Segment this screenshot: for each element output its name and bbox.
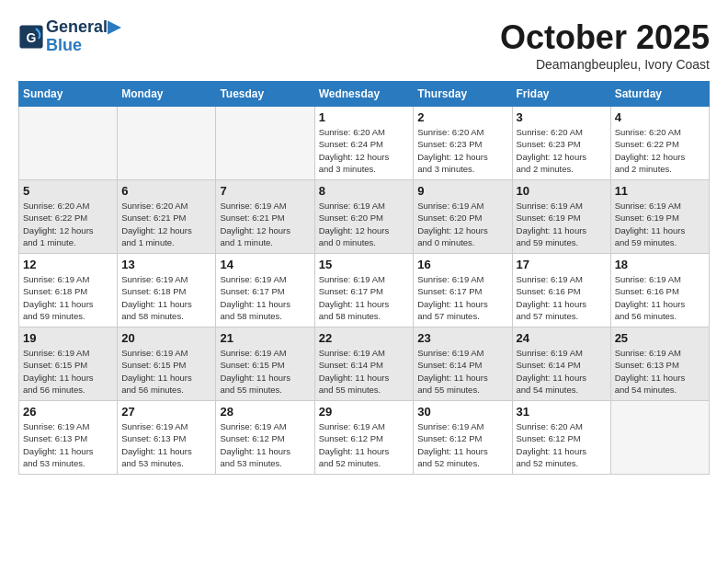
calendar-header-monday: Monday <box>118 82 216 107</box>
day-number: 27 <box>121 405 211 419</box>
calendar-cell: 21Sunrise: 6:19 AM Sunset: 6:15 PM Dayli… <box>216 327 314 401</box>
cell-text: Sunrise: 6:19 AM Sunset: 6:14 PM Dayligh… <box>319 347 410 396</box>
calendar-cell: 31Sunrise: 6:20 AM Sunset: 6:12 PM Dayli… <box>512 401 610 475</box>
cell-text: Sunrise: 6:19 AM Sunset: 6:17 PM Dayligh… <box>220 273 310 322</box>
day-number: 22 <box>319 331 410 345</box>
day-number: 29 <box>319 405 410 419</box>
cell-text: Sunrise: 6:19 AM Sunset: 6:19 PM Dayligh… <box>615 200 705 248</box>
cell-text: Sunrise: 6:19 AM Sunset: 6:15 PM Dayligh… <box>23 347 113 396</box>
cell-text: Sunrise: 6:20 AM Sunset: 6:22 PM Dayligh… <box>23 200 113 248</box>
calendar-header-sunday: Sunday <box>19 82 118 107</box>
logo-text: General▶ Blue <box>46 18 120 55</box>
calendar-header-saturday: Saturday <box>610 82 709 107</box>
calendar-cell: 17Sunrise: 6:19 AM Sunset: 6:16 PM Dayli… <box>512 254 610 327</box>
calendar-cell: 27Sunrise: 6:19 AM Sunset: 6:13 PM Dayli… <box>118 401 216 475</box>
calendar-cell: 19Sunrise: 6:19 AM Sunset: 6:15 PM Dayli… <box>19 327 118 401</box>
day-number: 31 <box>517 405 607 419</box>
calendar-week-1: 1Sunrise: 6:20 AM Sunset: 6:24 PM Daylig… <box>19 107 710 180</box>
cell-text: Sunrise: 6:19 AM Sunset: 6:14 PM Dayligh… <box>417 347 507 396</box>
day-number: 2 <box>417 110 507 124</box>
cell-text: Sunrise: 6:20 AM Sunset: 6:23 PM Dayligh… <box>417 126 507 175</box>
calendar-cell: 29Sunrise: 6:19 AM Sunset: 6:12 PM Dayli… <box>314 401 414 475</box>
day-number: 9 <box>417 184 507 198</box>
day-number: 28 <box>220 405 310 419</box>
calendar-cell: 6Sunrise: 6:20 AM Sunset: 6:21 PM Daylig… <box>118 180 216 254</box>
cell-text: Sunrise: 6:19 AM Sunset: 6:18 PM Dayligh… <box>23 273 113 322</box>
calendar-week-2: 5Sunrise: 6:20 AM Sunset: 6:22 PM Daylig… <box>19 180 710 254</box>
calendar-cell: 30Sunrise: 6:19 AM Sunset: 6:12 PM Dayli… <box>414 401 512 475</box>
day-number: 1 <box>319 110 410 124</box>
day-number: 24 <box>517 331 607 345</box>
day-number: 17 <box>517 258 607 271</box>
cell-text: Sunrise: 6:19 AM Sunset: 6:13 PM Dayligh… <box>23 420 113 469</box>
cell-text: Sunrise: 6:19 AM Sunset: 6:12 PM Dayligh… <box>220 420 310 469</box>
calendar-header-friday: Friday <box>512 82 610 107</box>
day-number: 30 <box>417 405 507 419</box>
day-number: 8 <box>319 184 410 198</box>
calendar-cell <box>118 107 216 180</box>
calendar-cell: 24Sunrise: 6:19 AM Sunset: 6:14 PM Dayli… <box>512 327 610 401</box>
cell-text: Sunrise: 6:20 AM Sunset: 6:23 PM Dayligh… <box>517 126 607 175</box>
cell-text: Sunrise: 6:19 AM Sunset: 6:13 PM Dayligh… <box>121 420 211 469</box>
cell-text: Sunrise: 6:19 AM Sunset: 6:20 PM Dayligh… <box>319 200 410 248</box>
calendar-cell: 14Sunrise: 6:19 AM Sunset: 6:17 PM Dayli… <box>216 254 314 327</box>
day-number: 26 <box>23 405 113 419</box>
cell-text: Sunrise: 6:19 AM Sunset: 6:12 PM Dayligh… <box>319 420 410 469</box>
cell-text: Sunrise: 6:20 AM Sunset: 6:24 PM Dayligh… <box>319 126 410 175</box>
cell-text: Sunrise: 6:19 AM Sunset: 6:16 PM Dayligh… <box>517 273 607 322</box>
calendar-cell: 16Sunrise: 6:19 AM Sunset: 6:17 PM Dayli… <box>414 254 512 327</box>
calendar-cell: 10Sunrise: 6:19 AM Sunset: 6:19 PM Dayli… <box>512 180 610 254</box>
calendar-cell: 25Sunrise: 6:19 AM Sunset: 6:13 PM Dayli… <box>610 327 709 401</box>
cell-text: Sunrise: 6:19 AM Sunset: 6:12 PM Dayligh… <box>417 420 507 469</box>
calendar-body: 1Sunrise: 6:20 AM Sunset: 6:24 PM Daylig… <box>19 107 710 475</box>
location: Deamangbeupleu, Ivory Coast <box>500 57 710 72</box>
cell-text: Sunrise: 6:19 AM Sunset: 6:18 PM Dayligh… <box>121 273 211 322</box>
day-number: 13 <box>121 258 211 271</box>
calendar-cell <box>610 401 709 475</box>
cell-text: Sunrise: 6:19 AM Sunset: 6:17 PM Dayligh… <box>319 273 410 322</box>
calendar-cell: 13Sunrise: 6:19 AM Sunset: 6:18 PM Dayli… <box>118 254 216 327</box>
day-number: 16 <box>417 258 507 271</box>
cell-text: Sunrise: 6:19 AM Sunset: 6:13 PM Dayligh… <box>615 347 705 396</box>
svg-text:G: G <box>27 29 37 44</box>
calendar-cell: 12Sunrise: 6:19 AM Sunset: 6:18 PM Dayli… <box>19 254 118 327</box>
calendar-cell: 28Sunrise: 6:19 AM Sunset: 6:12 PM Dayli… <box>216 401 314 475</box>
calendar: SundayMondayTuesdayWednesdayThursdayFrid… <box>18 81 710 475</box>
day-number: 21 <box>220 331 310 345</box>
cell-text: Sunrise: 6:19 AM Sunset: 6:15 PM Dayligh… <box>220 347 310 396</box>
calendar-cell: 20Sunrise: 6:19 AM Sunset: 6:15 PM Dayli… <box>118 327 216 401</box>
calendar-week-5: 26Sunrise: 6:19 AM Sunset: 6:13 PM Dayli… <box>19 401 710 475</box>
logo: G General▶ Blue <box>18 18 120 55</box>
day-number: 12 <box>23 258 113 271</box>
calendar-cell: 8Sunrise: 6:19 AM Sunset: 6:20 PM Daylig… <box>314 180 414 254</box>
day-number: 25 <box>615 331 705 345</box>
calendar-cell: 5Sunrise: 6:20 AM Sunset: 6:22 PM Daylig… <box>19 180 118 254</box>
calendar-cell: 7Sunrise: 6:19 AM Sunset: 6:21 PM Daylig… <box>216 180 314 254</box>
page-header: G General▶ Blue October 2025 Deamangbeup… <box>18 18 710 72</box>
day-number: 6 <box>121 184 211 198</box>
calendar-cell: 1Sunrise: 6:20 AM Sunset: 6:24 PM Daylig… <box>314 107 414 180</box>
cell-text: Sunrise: 6:19 AM Sunset: 6:17 PM Dayligh… <box>417 273 507 322</box>
calendar-cell <box>19 107 118 180</box>
cell-text: Sunrise: 6:19 AM Sunset: 6:21 PM Dayligh… <box>220 200 310 248</box>
day-number: 7 <box>220 184 310 198</box>
day-number: 19 <box>23 331 113 345</box>
cell-text: Sunrise: 6:19 AM Sunset: 6:19 PM Dayligh… <box>517 200 607 248</box>
calendar-week-3: 12Sunrise: 6:19 AM Sunset: 6:18 PM Dayli… <box>19 254 710 327</box>
logo-icon: G <box>18 24 44 50</box>
calendar-header-thursday: Thursday <box>414 82 512 107</box>
month-title: October 2025 <box>500 18 710 57</box>
calendar-header-tuesday: Tuesday <box>216 82 314 107</box>
calendar-cell: 26Sunrise: 6:19 AM Sunset: 6:13 PM Dayli… <box>19 401 118 475</box>
calendar-cell: 4Sunrise: 6:20 AM Sunset: 6:22 PM Daylig… <box>610 107 709 180</box>
day-number: 23 <box>417 331 507 345</box>
day-number: 11 <box>615 184 705 198</box>
cell-text: Sunrise: 6:19 AM Sunset: 6:15 PM Dayligh… <box>121 347 211 396</box>
calendar-cell: 3Sunrise: 6:20 AM Sunset: 6:23 PM Daylig… <box>512 107 610 180</box>
cell-text: Sunrise: 6:20 AM Sunset: 6:21 PM Dayligh… <box>121 200 211 248</box>
day-number: 18 <box>615 258 705 271</box>
calendar-header-wednesday: Wednesday <box>314 82 414 107</box>
cell-text: Sunrise: 6:19 AM Sunset: 6:20 PM Dayligh… <box>417 200 507 248</box>
calendar-cell: 18Sunrise: 6:19 AM Sunset: 6:16 PM Dayli… <box>610 254 709 327</box>
calendar-cell: 23Sunrise: 6:19 AM Sunset: 6:14 PM Dayli… <box>414 327 512 401</box>
